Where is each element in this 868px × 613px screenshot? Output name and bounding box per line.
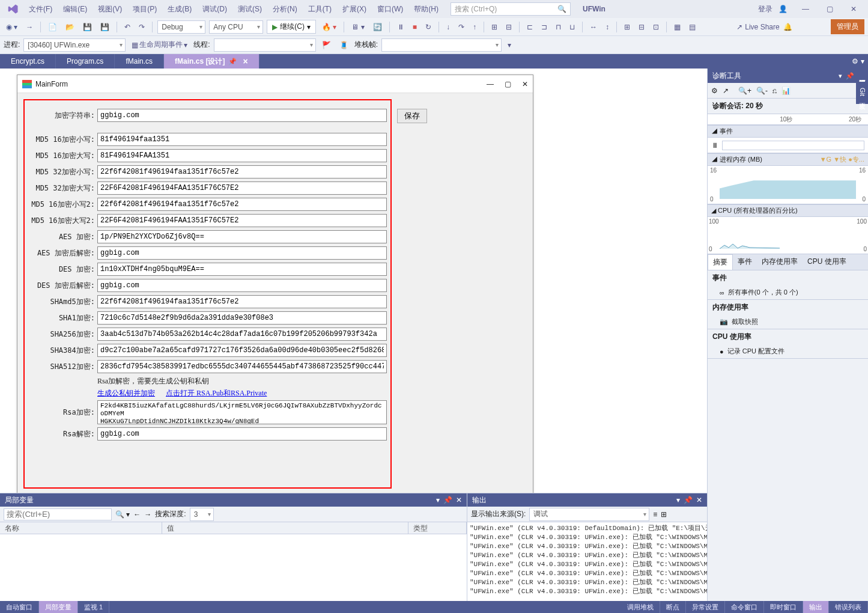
tool-icon[interactable]: ⊞ (489, 22, 500, 32)
col-value[interactable]: 值 (162, 522, 408, 534)
flag-icon[interactable]: 🚩 (320, 40, 333, 50)
field-input[interactable] (97, 133, 387, 146)
feedback-icon[interactable]: 🔔 (783, 23, 792, 31)
col-name[interactable]: 名称 (0, 522, 162, 534)
zoom-out-icon[interactable]: 🔍- (756, 87, 768, 95)
menu-item[interactable]: 生成(B) (163, 2, 196, 17)
menu-item[interactable]: 工具(T) (303, 2, 336, 17)
continue-button[interactable]: ▶继续(C) ▾ (267, 20, 316, 34)
field-input[interactable] (97, 149, 387, 162)
layout-icon[interactable]: ↔ (587, 22, 599, 32)
field-input[interactable] (97, 360, 387, 373)
clear-icon[interactable]: ≡ (653, 510, 657, 519)
mainform-window[interactable]: MainForm — ▢ ✕ 保存 加密字符串:MD5 16加密小写:MD5 1… (17, 75, 533, 493)
search-icon[interactable]: 🔍 ▾ (115, 510, 130, 519)
restart-button[interactable]: ↻ (423, 22, 434, 32)
memory-chart[interactable]: 16 16 0 0 (708, 166, 868, 204)
diag-tab[interactable]: 摘要 (708, 254, 733, 270)
diag-tab[interactable]: 内存使用率 (757, 254, 803, 270)
menu-item[interactable]: 扩展(X) (338, 2, 371, 17)
undo-button[interactable]: ↶ (122, 22, 133, 32)
thread-icon[interactable]: 🧵 (337, 40, 351, 50)
tool-icon[interactable]: ⊟ (503, 22, 514, 32)
new-button[interactable]: 📄 (46, 22, 59, 32)
align-center-icon[interactable]: ⊐ (539, 22, 550, 32)
chart-icon[interactable]: 📊 (782, 87, 791, 95)
locals-search-input[interactable] (4, 508, 112, 520)
close-button[interactable]: ✕ (842, 0, 866, 18)
saveall-button[interactable]: 💾 (98, 22, 112, 32)
status-tab[interactable]: 命令窗口 (725, 601, 764, 613)
field-input[interactable] (97, 344, 387, 357)
document-tab[interactable]: fMain.cs [设计]📌× (164, 54, 259, 69)
layout-icon[interactable]: ⊟ (636, 22, 647, 32)
field-input[interactable] (97, 181, 387, 195)
form-minimize-icon[interactable]: — (487, 80, 494, 88)
gen-key-link[interactable]: 生成公私钥并加密 (97, 389, 155, 397)
redo-button[interactable]: ↷ (136, 22, 147, 32)
status-tab[interactable]: 输出 (803, 601, 829, 613)
platform-combo[interactable]: Any CPU (209, 20, 263, 34)
hot-reload-button[interactable]: 🔥 ▾ (320, 22, 339, 32)
pin-icon[interactable]: 📌 (846, 72, 854, 80)
menu-item[interactable]: 调试(D) (198, 2, 232, 17)
docked-tab[interactable]: Git 更改 (856, 82, 868, 104)
thread-combo[interactable] (214, 38, 316, 52)
layout-icon[interactable]: ⊞ (622, 22, 633, 32)
liveshare-button[interactable]: ↗ Live Share (736, 23, 779, 31)
close-icon[interactable]: ✕ (456, 496, 462, 504)
dropdown-icon[interactable]: ▾ (505, 40, 514, 50)
diag-tab[interactable]: 事件 (733, 254, 757, 270)
menu-item[interactable]: 测试(S) (233, 2, 267, 17)
lifecycle-icon[interactable]: ▦ 生命周期事件 ▾ (129, 38, 190, 51)
output-body[interactable]: "UFWin.exe" (CLR v4.0.30319: DefaultDoma… (467, 522, 707, 601)
field-input[interactable] (97, 263, 387, 276)
login-link[interactable]: 登录 (758, 4, 772, 14)
status-tab[interactable]: 自动窗口 (0, 601, 39, 613)
menu-item[interactable]: 文件(F) (24, 2, 57, 17)
step-into-button[interactable]: ↓ (444, 22, 452, 32)
menu-item[interactable]: 视图(V) (93, 2, 127, 17)
document-tab[interactable]: Program.cs (56, 54, 115, 69)
process-combo[interactable]: [30460] UFWin.exe (23, 38, 126, 52)
events-all-item[interactable]: ∞所有事件(0 个，共 0 个) (708, 285, 868, 299)
reset-zoom-icon[interactable]: ⎌ (772, 87, 777, 95)
nav-fwd-button[interactable]: → (23, 22, 35, 32)
align-right-icon[interactable]: ⊓ (553, 22, 563, 32)
field-input[interactable] (97, 295, 387, 308)
field-input[interactable] (97, 279, 387, 292)
field-input[interactable] (97, 214, 387, 227)
align-left-icon[interactable]: ⊏ (524, 22, 535, 32)
field-input[interactable] (97, 109, 387, 122)
rsa-decrypt-input[interactable] (97, 427, 387, 441)
col-type[interactable]: 类型 (408, 522, 467, 534)
menu-item[interactable]: 分析(N) (268, 2, 302, 17)
pin-icon[interactable]: 📌 (443, 496, 452, 504)
maximize-button[interactable]: ▢ (818, 0, 842, 18)
open-button[interactable]: 📂 (63, 22, 77, 32)
mainform-titlebar[interactable]: MainForm — ▢ ✕ (17, 75, 533, 93)
pin-icon[interactable]: ▾ (436, 496, 440, 504)
pause-icon[interactable]: ⏸ (711, 141, 718, 150)
layout-icon[interactable]: ⊡ (651, 22, 661, 32)
close-icon[interactable]: ✕ (696, 496, 702, 504)
dropdown-icon[interactable]: ▾ (839, 72, 842, 80)
field-input[interactable] (97, 165, 387, 178)
step-out-button[interactable]: ↑ (470, 22, 479, 32)
menu-item[interactable]: 窗口(W) (372, 2, 408, 17)
nav-fwd-icon[interactable]: → (144, 510, 151, 519)
document-tab[interactable]: fMain.cs (115, 54, 164, 69)
status-tab[interactable]: 监视 1 (78, 601, 109, 613)
pin-icon[interactable]: 📌 (228, 58, 237, 66)
form-close-icon[interactable]: ✕ (522, 80, 528, 88)
layout-icon[interactable]: ▤ (687, 22, 698, 32)
field-input[interactable] (97, 198, 387, 211)
designer-surface[interactable]: MainForm — ▢ ✕ 保存 加密字符串:MD5 16加密小写:MD5 1… (0, 69, 707, 493)
field-input[interactable] (97, 311, 387, 325)
status-tab[interactable]: 断点 (660, 601, 686, 613)
zoom-in-icon[interactable]: 🔍+ (738, 87, 751, 95)
minimize-button[interactable]: — (794, 0, 818, 18)
user-icon[interactable]: 👤 (778, 5, 788, 13)
gear-icon[interactable]: ⚙ (711, 87, 718, 95)
status-tab[interactable]: 调用堆栈 (621, 601, 660, 613)
